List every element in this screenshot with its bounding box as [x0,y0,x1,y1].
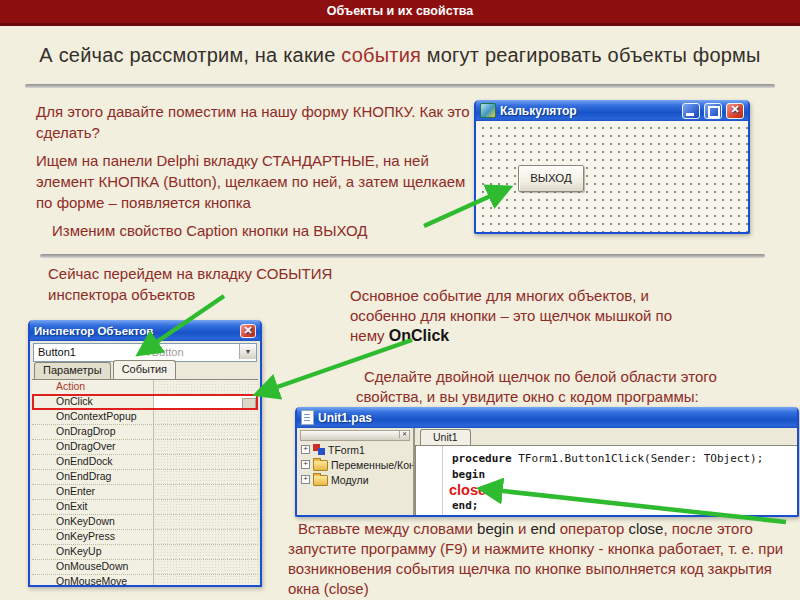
inspector-event-value[interactable] [154,410,258,424]
footer-note: Вставьте между словами begin и end опера… [288,519,796,599]
inspector-event-name: OnMouseDown [32,560,154,574]
calculator-titlebar[interactable]: Калькулятор [476,100,748,121]
document-icon [301,410,314,425]
expand-plus-icon[interactable] [301,445,310,454]
tree-panel-header: ✕ [300,430,410,441]
code-line-close: close [416,482,797,498]
code-line-end: end; [416,498,797,514]
folder-icon [313,475,328,486]
slide-header-title: Объекты и их свойства [0,0,800,26]
tab-events[interactable]: События [113,360,176,379]
inspector-event-name: OnDragOver [32,440,154,454]
code-window: Unit1.pas ✕ TForm1 Переменные/Конс [295,407,799,517]
inspector-event-value[interactable] [154,575,258,585]
inspector-event-value[interactable] [154,470,258,484]
onclick-note-bold: OnClick [389,327,449,344]
inspector-event-row[interactable]: OnEnter [32,485,258,500]
value-dropdown-icon[interactable] [242,398,256,409]
inspector-event-value[interactable] [154,380,258,394]
object-inspector-window: Инспектор Объектов Button1 TButton ▼ Пар… [28,320,262,587]
code-editor-pane: Unit1 procedure TForm1.Button1Click(Send… [415,428,797,515]
inspector-event-row[interactable]: OnKeyUp [32,545,258,560]
object-name: Button1 [38,346,76,358]
calculator-window: Калькулятор ВЫХОД [474,100,750,234]
code-window-title: Unit1.pas [318,411,793,425]
footer-kw-close: close [628,520,663,537]
inspector-event-row[interactable]: Action [32,380,258,395]
inspector-event-name: OnContextPopup [32,410,154,424]
inspector-event-name: Action [32,380,154,394]
slide: Объекты и их свойства А сейчас рассмотри… [0,0,800,600]
title-highlight: события [341,44,421,66]
inspector-event-value[interactable] [154,485,258,499]
inspector-event-row[interactable]: OnKeyDown [32,515,258,530]
tree-item-tform1[interactable]: TForm1 [297,442,413,457]
inspector-event-row[interactable]: OnEndDrag [32,470,258,485]
inspector-event-name: OnKeyUp [32,545,154,559]
calculator-window-title: Калькулятор [500,104,678,118]
code-window-titlebar[interactable]: Unit1.pas [297,407,797,428]
tab-parameters[interactable]: Параметры [34,362,111,379]
object-type: TButton [145,344,184,360]
inspector-event-row[interactable]: OnContextPopup [32,410,258,425]
inspector-event-row[interactable]: OnExit [32,500,258,515]
divider-middle [40,254,765,258]
object-inspector-title: Инспектор Объектов [34,325,236,337]
inspector-event-row[interactable]: OnMouseMove [32,575,258,585]
inspector-event-value[interactable] [154,500,258,514]
tab-unit1[interactable]: Unit1 [420,429,471,445]
inspector-event-name: OnExit [32,500,154,514]
tree-item-label: Переменные/Конс [331,459,413,471]
inspector-event-name: OnMouseMove [32,575,154,585]
tree-item-variables[interactable]: Переменные/Конс [297,457,413,472]
intro-paragraph-3: Изменим свойство Caption кнопки на ВЫХОД [36,220,474,241]
footer-kw-end: end [531,520,556,537]
title-part2: могут реагировать объекты формы [421,44,761,66]
intro-paragraph-1: Для этого давайте поместим на нашу форму… [36,101,474,143]
tree-item-label: Модули [331,474,369,486]
inspector-event-name: OnEndDrag [32,470,154,484]
maximize-icon[interactable] [704,103,722,119]
page-title: А сейчас рассмотрим, на какие события мо… [20,44,780,67]
inspector-event-row[interactable]: OnDragOver [32,440,258,455]
inspector-event-value[interactable] [154,530,258,544]
code-editor[interactable]: procedure TForm1.Button1Click(Sender: TO… [415,445,797,515]
inspector-event-name: OnDragDrop [32,425,154,439]
tree-item-label: TForm1 [328,444,365,456]
close-icon[interactable] [726,103,744,119]
inspector-event-row[interactable]: OnKeyPress [32,530,258,545]
inspector-event-value[interactable] [154,395,258,409]
footer-part2: и [514,520,531,537]
inspector-event-value[interactable] [154,425,258,439]
inspector-event-name: OnEnter [32,485,154,499]
inspector-tabs: Параметры События [34,363,178,379]
divider-top [25,84,775,88]
close-icon[interactable]: ✕ [399,431,409,438]
object-inspector-titlebar[interactable]: Инспектор Объектов [30,320,260,341]
code-explorer-tree: ✕ TForm1 Переменные/Конс Модули [297,428,415,515]
footer-part3: оператор [556,520,629,537]
inspector-event-row[interactable]: OnMouseDown [32,560,258,575]
inspector-event-value[interactable] [154,455,258,469]
inspector-event-value[interactable] [154,545,258,559]
inspector-event-name: OnKeyDown [32,515,154,529]
inspector-event-row[interactable]: OnDragDrop [32,425,258,440]
vyhod-button[interactable]: ВЫХОД [518,165,584,192]
tform-icon [313,444,325,455]
minimize-icon[interactable] [682,103,700,119]
form-designer-grid[interactable]: ВЫХОД [476,121,748,232]
inspector-event-value[interactable] [154,515,258,529]
inspector-event-row[interactable]: OnClick [32,395,258,410]
expand-plus-icon[interactable] [301,460,310,469]
inspector-event-value[interactable] [154,440,258,454]
expand-plus-icon[interactable] [301,475,310,484]
chevron-down-icon[interactable]: ▼ [239,344,256,359]
inspector-event-name: OnEndDock [32,455,154,469]
tree-item-modules[interactable]: Модули [297,472,413,487]
inspector-event-value[interactable] [154,560,258,574]
inspector-event-row[interactable]: OnEndDock [32,455,258,470]
close-icon[interactable] [240,324,256,338]
intro-text-block: Для этого давайте поместим на нашу форму… [36,101,474,248]
onclick-note: Основное событие для многих объектов, и … [350,286,710,346]
footer-part1: Вставьте между словами [298,520,477,537]
